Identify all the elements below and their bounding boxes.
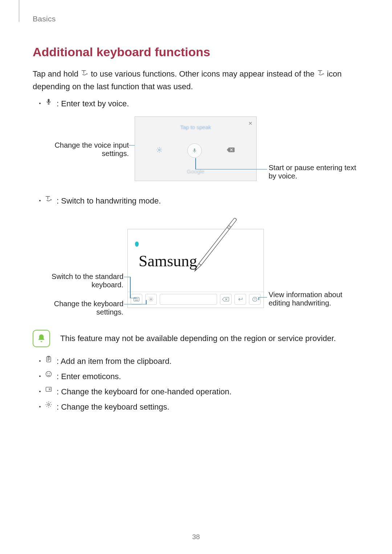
- svg-marker-5: [194, 268, 197, 272]
- list-item: : Enter emoticons.: [39, 370, 359, 383]
- svg-rect-9: [137, 298, 138, 299]
- bullet-text: : Enter emoticons.: [57, 370, 121, 383]
- pen-t-icon: [81, 68, 89, 80]
- svg-point-16: [46, 371, 52, 377]
- svg-text:?: ?: [254, 298, 256, 301]
- bullet-text: : Change the keyboard for one-handed ope…: [57, 386, 232, 398]
- voice-input-panel: Tap to speak ✕ Google: [135, 116, 257, 181]
- svg-point-11: [150, 299, 152, 300]
- gear-icon: [44, 401, 53, 408]
- backspace-icon[interactable]: [220, 294, 232, 305]
- callout-handwriting-info: View information about editing handwriti…: [269, 291, 362, 307]
- note: This feature may not be available depend…: [33, 330, 359, 347]
- pen-t-icon: [317, 68, 325, 80]
- clipboard-icon: [44, 355, 53, 363]
- bullet-dot: [39, 406, 41, 407]
- figure-handwriting: Samsung ?: [33, 211, 359, 316]
- leader-line: [146, 300, 147, 304]
- svg-point-24: [48, 404, 50, 406]
- note-bell-icon: [33, 330, 50, 347]
- handwriting-toolbar: ?: [128, 292, 264, 307]
- keyboard-icon[interactable]: [131, 294, 142, 305]
- handwriting-canvas[interactable]: Samsung: [128, 229, 264, 292]
- intro-text-1: Tap and hold: [33, 69, 81, 78]
- callout-keyboard-settings: Change the keyboard settings.: [33, 300, 123, 316]
- svg-rect-10: [135, 300, 138, 301]
- bullet-dot: [39, 103, 41, 104]
- backspace-icon[interactable]: [226, 147, 235, 154]
- mic-button[interactable]: [187, 143, 202, 158]
- onehand-kb-icon: [44, 386, 53, 393]
- svg-point-18: [49, 373, 50, 374]
- gear-icon[interactable]: [145, 294, 157, 305]
- spacebar[interactable]: [160, 294, 217, 305]
- mic-icon: [44, 98, 53, 106]
- gear-icon[interactable]: [156, 147, 163, 155]
- bullet-text: : Switch to handwriting mode.: [57, 195, 161, 207]
- ink-dot: [135, 242, 139, 247]
- svg-rect-23: [49, 389, 50, 390]
- svg-rect-2: [199, 218, 237, 265]
- bullet-text: : Enter text by voice.: [57, 98, 129, 110]
- list-item: : Change the keyboard for one-handed ope…: [39, 386, 359, 398]
- enter-icon[interactable]: [234, 294, 246, 305]
- leader-line: [124, 304, 146, 305]
- svg-point-0: [159, 149, 160, 151]
- bullet-dot: [39, 360, 41, 362]
- bullet-dot: [39, 391, 41, 392]
- bullet-dot: [39, 200, 41, 201]
- voice-panel-header: Tap to speak ✕: [135, 117, 256, 138]
- voice-panel-title: Tap to speak: [180, 124, 211, 130]
- leader-line: [130, 277, 131, 298]
- callout-standard-keyboard: Switch to the standard keyboard.: [33, 272, 123, 289]
- list-item: : Add an item from the clipboard.: [39, 355, 359, 368]
- leader-line: [195, 169, 267, 170]
- svg-point-17: [48, 373, 48, 374]
- svg-rect-1: [194, 148, 195, 151]
- leader-line: [195, 158, 196, 169]
- leader-line: [130, 298, 136, 299]
- callout-change-voice-settings: Change the voice input settings.: [33, 141, 129, 158]
- intro-paragraph: Tap and hold to use various functions. O…: [33, 68, 359, 93]
- bullet-text: : Add an item from the clipboard.: [57, 355, 172, 368]
- breadcrumb: Basics: [33, 15, 359, 23]
- svg-rect-8: [136, 298, 137, 299]
- bullet-text: : Change the keyboard settings.: [57, 401, 170, 413]
- svg-rect-7: [135, 298, 135, 299]
- bullet-dot: [39, 376, 41, 377]
- handwriting-panel: Samsung ?: [127, 229, 264, 308]
- note-text: This feature may not be available depend…: [60, 334, 336, 343]
- svg-rect-22: [50, 389, 50, 389]
- leader-line: [124, 277, 130, 278]
- leader-line: [258, 297, 267, 298]
- intro-text-2: to use various functions. Other icons ma…: [91, 69, 317, 78]
- list-item: : Enter text by voice.: [39, 98, 359, 110]
- figure-voice-input: Change the voice input settings. Tap to …: [33, 116, 359, 185]
- pen-t-icon: [44, 195, 53, 203]
- list-item: : Switch to handwriting mode.: [39, 195, 359, 207]
- callout-start-pause-voice: Start or pause entering text by voice.: [269, 164, 363, 180]
- page-number: 38: [0, 533, 392, 541]
- close-icon[interactable]: ✕: [248, 120, 253, 126]
- stylus-icon: [188, 216, 239, 278]
- smiley-icon: [44, 370, 53, 378]
- list-item: : Change the keyboard settings.: [39, 401, 359, 413]
- section-heading: Additional keyboard functions: [33, 45, 359, 59]
- svg-rect-21: [49, 389, 49, 389]
- page-margin-rule: [19, 0, 19, 22]
- handwriting-sample: Samsung: [139, 252, 197, 270]
